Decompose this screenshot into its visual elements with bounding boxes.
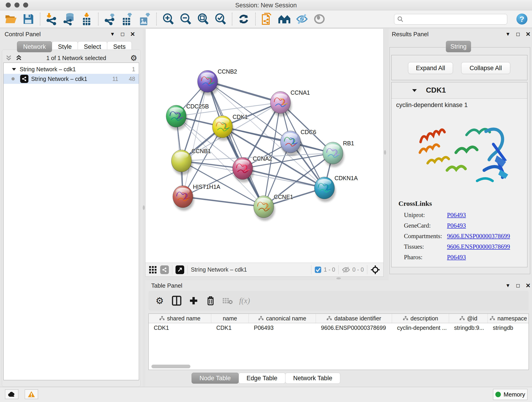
tab-network-table[interactable]: Network Table	[285, 373, 341, 384]
network-node-CCNE1[interactable]: CCNE1	[254, 194, 293, 221]
panel-float-icon[interactable]: ◻	[516, 32, 520, 37]
collapse-all-button[interactable]: Collapse All	[461, 62, 510, 74]
expand-all-button[interactable]: Expand All	[408, 62, 453, 74]
column-label: database identifier	[334, 315, 381, 322]
home-networks-button[interactable]	[277, 12, 292, 26]
panel-close-icon[interactable]: ✕	[526, 283, 531, 288]
network-node-CDKN1A[interactable]: CDKN1A	[314, 175, 358, 202]
table-cell[interactable]: stringdb:9...	[449, 323, 488, 332]
open-in-window-icon[interactable]	[176, 265, 184, 274]
table-cell[interactable]: CDK1	[211, 323, 249, 332]
results-tab-string[interactable]: String	[446, 41, 471, 52]
tab-node-table[interactable]: Node Table	[191, 373, 239, 384]
edge-HIST1H1A-CCNE1[interactable]	[183, 197, 264, 207]
network-node-CDK1[interactable]: CDK1	[212, 114, 248, 141]
birds-eye-view-icon[interactable]	[370, 265, 380, 274]
export-table-button[interactable]	[120, 12, 135, 26]
collapse-all-networks-icon[interactable]	[5, 55, 12, 61]
string-view-icon[interactable]	[160, 265, 169, 274]
table-cell[interactable]: CDK1	[149, 323, 211, 332]
network-node-CCNA2[interactable]: CCNA2	[233, 155, 272, 182]
panel-float-icon[interactable]: ◻	[120, 32, 125, 37]
tab-edge-table[interactable]: Edge Table	[239, 373, 285, 384]
import-table-button[interactable]	[79, 12, 94, 26]
add-column-icon[interactable]	[187, 294, 200, 307]
table-cell[interactable]: 9606.ENSP00000378699	[316, 323, 392, 332]
cloud-button[interactable]	[5, 389, 18, 399]
panel-float-icon[interactable]: ◻	[516, 283, 520, 288]
string-network-graph[interactable]: CCNB2CCNA1CDC25BCDK1CDC6RB1CCNB1CCNA2CDK…	[146, 29, 383, 263]
tab-network[interactable]: Network	[17, 41, 52, 52]
section-expander-icon[interactable]	[412, 89, 417, 92]
column-header-database-identifier[interactable]: database identifier	[316, 314, 392, 323]
refresh-button[interactable]	[236, 12, 251, 26]
network-collection-row[interactable]: String Network – cdk1 1	[4, 64, 139, 74]
memory-button[interactable]: Memory	[493, 389, 527, 400]
panel-menu-icon[interactable]: ▼	[505, 283, 510, 288]
show-columns-icon[interactable]	[170, 294, 183, 307]
crosslink-link-compartments[interactable]: 9606.ENSP00000378699	[447, 233, 510, 240]
search-input[interactable]	[405, 16, 505, 23]
expand-collapse-box: Expand All Collapse All	[391, 55, 527, 80]
control-panel: Control Panel ▼ ◻ ✕ NetworkStyleSelectSe…	[0, 29, 143, 387]
right-splitter-handle[interactable]	[384, 150, 386, 155]
network-options-gear-icon[interactable]: ⚙	[130, 54, 137, 62]
left-splitter-handle[interactable]	[143, 205, 145, 210]
warning-button[interactable]	[25, 389, 38, 399]
column-header-name[interactable]: name	[211, 314, 249, 323]
node-label-CCNB2: CCNB2	[218, 68, 237, 75]
panel-close-icon[interactable]: ✕	[130, 31, 135, 37]
network-node-HIST1H1A[interactable]: HIST1H1A	[173, 184, 220, 211]
hidden-items-eye-icon[interactable]	[342, 267, 350, 273]
function-builder-icon[interactable]: f(x)	[239, 296, 250, 305]
table-hscrollbar-thumb[interactable]	[152, 365, 190, 368]
expand-all-networks-icon[interactable]	[15, 55, 22, 61]
table-cell[interactable]: P06493	[249, 323, 316, 332]
open-session-button[interactable]	[4, 12, 18, 26]
network-node-CDC6[interactable]: CDC6	[280, 129, 316, 156]
export-network-button[interactable]	[103, 12, 117, 26]
column-header-namespace[interactable]: namespace	[488, 314, 529, 323]
panel-menu-icon[interactable]: ▼	[110, 32, 115, 37]
crosslink-link-pharos[interactable]: P06493	[447, 254, 466, 261]
table-options-gear-icon[interactable]: ⚙	[153, 294, 166, 307]
edge-CCNB2-HIST1H1A[interactable]	[183, 81, 208, 197]
crosslink-link-tissues[interactable]: 9606.ENSP00000378699	[447, 243, 510, 250]
crosslink-label: Tissues:	[404, 243, 447, 250]
network-view-canvas[interactable]: CCNB2CCNA1CDC25BCDK1CDC6RB1CCNB1CCNA2CDK…	[145, 29, 384, 263]
gene-section-header[interactable]: CDK1	[392, 82, 527, 99]
table-cell[interactable]: cyclin-dependent ...	[392, 323, 449, 332]
zoom-out-button[interactable]	[178, 12, 193, 26]
delete-table-icon[interactable]	[221, 294, 234, 307]
zoom-fit-button[interactable]	[196, 12, 210, 26]
horizontal-splitter-handle[interactable]	[336, 277, 341, 279]
collection-expander-icon[interactable]	[12, 67, 17, 71]
delete-column-trash-icon[interactable]	[204, 294, 217, 307]
import-network-button[interactable]	[44, 12, 59, 26]
network-node-CDC25B[interactable]: CDC25B	[166, 103, 209, 130]
network-row-selected[interactable]: String Network – cdk1 11 48	[4, 74, 139, 84]
selected-nodes-checkbox-icon[interactable]	[315, 266, 322, 273]
table-cell[interactable]: stringdb	[488, 323, 529, 332]
show-all-button[interactable]	[312, 12, 327, 26]
column-header-shared-name[interactable]: shared name	[149, 314, 211, 323]
network-node-CCNB2[interactable]: CCNB2	[197, 68, 237, 95]
column-header--id[interactable]: @id	[449, 314, 488, 323]
zoom-in-button[interactable]	[161, 12, 176, 26]
help-button[interactable]: ?	[516, 13, 527, 25]
hide-unhide-button[interactable]	[295, 12, 309, 26]
panel-menu-icon[interactable]: ▼	[505, 32, 510, 37]
crosslink-link-genecard[interactable]: P06493	[447, 222, 466, 229]
crosslink-link-uniprot[interactable]: P06493	[447, 211, 466, 219]
import-database-button[interactable]	[62, 12, 76, 26]
current-network-name: String Network – cdk1	[191, 266, 247, 273]
zoom-selected-button[interactable]	[213, 12, 228, 26]
column-header-canonical-name[interactable]: canonical name	[249, 314, 316, 323]
save-session-button[interactable]	[21, 12, 36, 26]
panel-close-icon[interactable]: ✕	[526, 31, 531, 37]
network-node-RB1[interactable]: RB1	[323, 140, 354, 167]
grid-view-icon[interactable]	[149, 266, 157, 274]
column-header-description[interactable]: description	[392, 314, 449, 323]
export-image-button[interactable]	[138, 12, 152, 26]
stringify-network-button[interactable]	[260, 12, 274, 26]
